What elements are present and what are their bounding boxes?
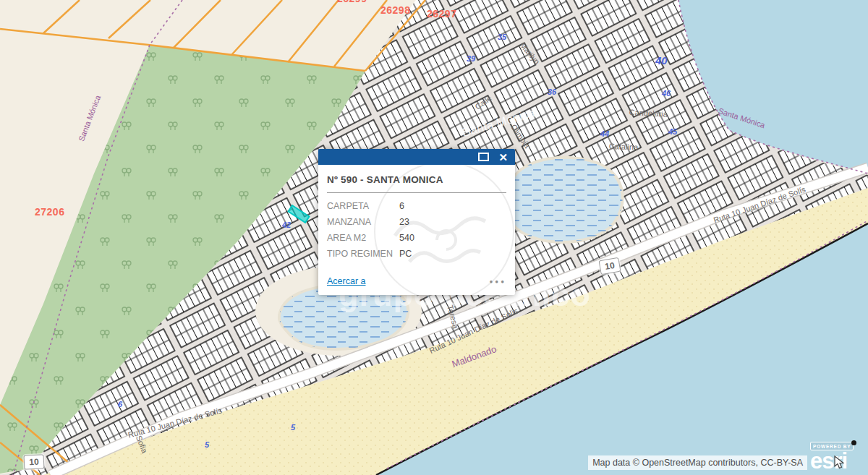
field-label: MANZANA [327,214,399,230]
popup-title: Nº 590 - SANTA MONICA [327,172,506,193]
esri-globe-dot-icon [851,440,856,445]
field-label: TIPO REGIMEN [327,246,399,262]
field-row-area-m2: AREA M2 540 [327,230,506,246]
maximize-icon[interactable] [478,153,489,161]
popup-footer: Acercar a ●●● [327,276,506,286]
field-value: 6 [399,198,404,214]
powered-by-badge: POWERED BY [810,442,854,450]
powered-by-text: POWERED BY [813,444,851,449]
field-label: AREA M2 [327,230,399,246]
field-row-manzana: MANZANA 23 [327,214,506,230]
feature-popup: ✕ Nº 590 - SANTA MONICA CARPETA 6 MANZAN… [318,149,515,295]
close-icon[interactable]: ✕ [498,152,508,163]
zoom-to-link[interactable]: Acercar a [327,276,366,286]
popup-fields: CARPETA 6 MANZANA 23 AREA M2 540 TIPO RE… [327,198,506,262]
field-value: PC [399,246,412,262]
popup-header[interactable]: ✕ [318,149,515,165]
field-row-tipo-regimen: TIPO REGIMEN PC [327,246,506,262]
more-options-icon[interactable]: ●●● [490,278,507,285]
map-attribution: Map data © OpenStreetMap contributors, C… [588,455,807,470]
map-application: grupo oceánico 2629926298262972720640464… [0,0,868,475]
field-value: 540 [399,230,414,246]
mouse-cursor-icon [834,455,844,469]
popup-body: Nº 590 - SANTA MONICA CARPETA 6 MANZANA … [318,165,515,295]
field-label: CARPETA [327,198,399,214]
field-value: 23 [399,214,409,230]
field-row-carpeta: CARPETA 6 [327,198,506,214]
